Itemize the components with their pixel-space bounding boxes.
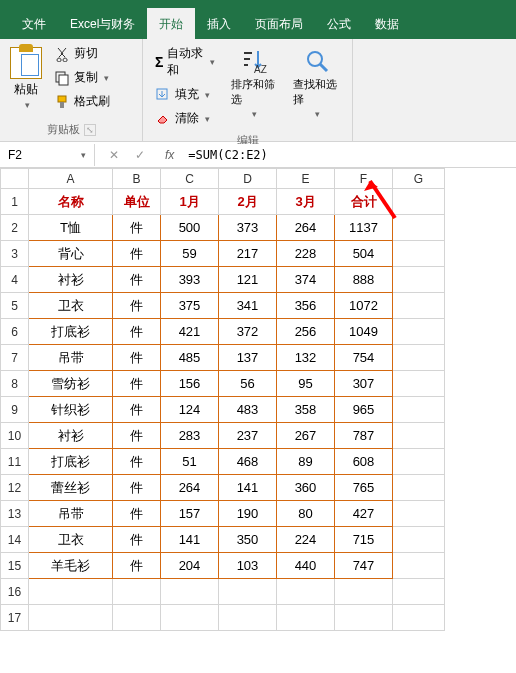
row-header[interactable]: 14 [1, 527, 29, 553]
cell[interactable]: 256 [277, 319, 335, 345]
cell[interactable]: 件 [113, 371, 161, 397]
cell[interactable]: 421 [161, 319, 219, 345]
cell[interactable]: 打底衫 [29, 449, 113, 475]
row-header[interactable]: 10 [1, 423, 29, 449]
cell[interactable]: 965 [335, 397, 393, 423]
cell[interactable]: 卫衣 [29, 293, 113, 319]
cell[interactable] [393, 371, 445, 397]
cell[interactable]: 341 [219, 293, 277, 319]
cell[interactable]: 427 [335, 501, 393, 527]
cell[interactable]: 373 [219, 215, 277, 241]
tab-0[interactable]: 文件 [10, 8, 58, 39]
cell[interactable] [393, 267, 445, 293]
cell[interactable]: 608 [335, 449, 393, 475]
cell[interactable]: 267 [277, 423, 335, 449]
cell[interactable]: 372 [219, 319, 277, 345]
row-header[interactable]: 7 [1, 345, 29, 371]
tab-3[interactable]: 插入 [195, 8, 243, 39]
row-header[interactable]: 12 [1, 475, 29, 501]
cell[interactable]: 356 [277, 293, 335, 319]
col-header[interactable]: E [277, 169, 335, 189]
cell[interactable]: 95 [277, 371, 335, 397]
cell[interactable]: 283 [161, 423, 219, 449]
header-cell[interactable]: 名称 [29, 189, 113, 215]
cell[interactable]: 141 [219, 475, 277, 501]
cell[interactable]: 羊毛衫 [29, 553, 113, 579]
cell[interactable]: 80 [277, 501, 335, 527]
cell[interactable]: 件 [113, 293, 161, 319]
col-header[interactable]: B [113, 169, 161, 189]
cell[interactable] [161, 579, 219, 605]
cell[interactable] [161, 605, 219, 631]
cell[interactable] [277, 605, 335, 631]
cell[interactable]: 141 [161, 527, 219, 553]
cell[interactable]: 121 [219, 267, 277, 293]
cell[interactable]: 264 [161, 475, 219, 501]
cell[interactable]: 卫衣 [29, 527, 113, 553]
cell[interactable]: 89 [277, 449, 335, 475]
confirm-icon[interactable]: ✓ [131, 146, 149, 164]
cell[interactable] [29, 605, 113, 631]
header-cell[interactable]: 3月 [277, 189, 335, 215]
cell[interactable]: 雪纺衫 [29, 371, 113, 397]
format-painter-button[interactable]: 格式刷 [50, 91, 114, 112]
header-cell[interactable]: 2月 [219, 189, 277, 215]
cell[interactable] [393, 241, 445, 267]
cell[interactable]: 蕾丝衫 [29, 475, 113, 501]
cell[interactable] [393, 527, 445, 553]
cell[interactable]: 51 [161, 449, 219, 475]
cell[interactable]: 156 [161, 371, 219, 397]
row-header[interactable]: 5 [1, 293, 29, 319]
fill-button[interactable]: 填充 ▾ [151, 84, 219, 105]
cell[interactable]: 715 [335, 527, 393, 553]
cell[interactable] [393, 423, 445, 449]
cell[interactable]: 件 [113, 345, 161, 371]
cell[interactable]: 1072 [335, 293, 393, 319]
cell[interactable]: 件 [113, 553, 161, 579]
cell[interactable]: 157 [161, 501, 219, 527]
tab-1[interactable]: Excel与财务 [58, 8, 147, 39]
cell[interactable]: 103 [219, 553, 277, 579]
cell[interactable]: 237 [219, 423, 277, 449]
col-header[interactable]: D [219, 169, 277, 189]
cell[interactable]: 483 [219, 397, 277, 423]
cell[interactable] [277, 579, 335, 605]
cell[interactable]: 132 [277, 345, 335, 371]
cell[interactable]: 888 [335, 267, 393, 293]
row-header[interactable]: 4 [1, 267, 29, 293]
row-header[interactable]: 11 [1, 449, 29, 475]
header-cell[interactable]: 单位 [113, 189, 161, 215]
cell[interactable]: 374 [277, 267, 335, 293]
row-header[interactable]: 8 [1, 371, 29, 397]
cell[interactable]: 吊带 [29, 345, 113, 371]
autosum-button[interactable]: Σ 自动求和 ▾ [151, 43, 219, 81]
row-header[interactable]: 9 [1, 397, 29, 423]
tab-4[interactable]: 页面布局 [243, 8, 315, 39]
cell[interactable]: 264 [277, 215, 335, 241]
cell[interactable]: 件 [113, 449, 161, 475]
cell[interactable]: 件 [113, 423, 161, 449]
cell[interactable]: 468 [219, 449, 277, 475]
cell[interactable]: 393 [161, 267, 219, 293]
row-header[interactable]: 15 [1, 553, 29, 579]
cut-button[interactable]: 剪切 [50, 43, 114, 64]
sort-filter-button[interactable]: AZ 排序和筛选 ▾ [227, 43, 282, 129]
cell[interactable]: 件 [113, 397, 161, 423]
clear-button[interactable]: 清除 ▾ [151, 108, 219, 129]
cell[interactable]: 59 [161, 241, 219, 267]
cell[interactable]: 204 [161, 553, 219, 579]
cell[interactable]: 358 [277, 397, 335, 423]
cell[interactable]: 件 [113, 267, 161, 293]
cell[interactable]: 747 [335, 553, 393, 579]
cell[interactable]: 件 [113, 527, 161, 553]
name-box[interactable]: F2 ▾ [0, 144, 95, 166]
tab-2[interactable]: 开始 [147, 8, 195, 39]
header-cell[interactable]: 1月 [161, 189, 219, 215]
cell[interactable] [219, 605, 277, 631]
cell[interactable]: 360 [277, 475, 335, 501]
cell[interactable] [335, 579, 393, 605]
cell[interactable]: 137 [219, 345, 277, 371]
cell[interactable]: 228 [277, 241, 335, 267]
cell[interactable] [113, 605, 161, 631]
cell[interactable]: 件 [113, 501, 161, 527]
